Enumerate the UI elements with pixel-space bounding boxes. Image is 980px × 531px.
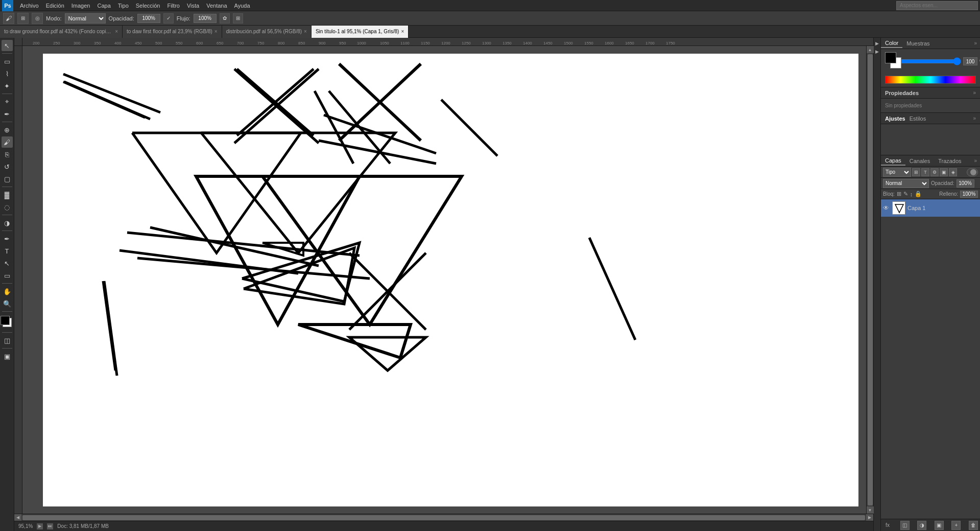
options-icon-2[interactable]: ◎	[32, 13, 43, 24]
collapse-btn-1[interactable]: ▶	[874, 40, 880, 47]
filter-icon-3[interactable]: ⚙	[930, 168, 939, 176]
adjustments-expand[interactable]: »	[973, 116, 976, 121]
gradient-tool[interactable]: ▓	[2, 189, 13, 200]
collapse-btn-2[interactable]: ▶	[874, 48, 880, 55]
opacity-input[interactable]	[137, 14, 160, 23]
menu-item-filtro[interactable]: Filtro	[163, 2, 183, 10]
color-tab[interactable]: Color	[881, 39, 902, 48]
screen-mode-tool[interactable]: ▣	[2, 351, 13, 362]
lasso-tool[interactable]: ⌇	[2, 68, 13, 79]
zoom-tool[interactable]: 🔍	[2, 298, 13, 309]
filter-icon-4[interactable]: ▣	[940, 168, 948, 176]
adjustment-layer-btn[interactable]: ◑	[917, 521, 926, 530]
scroll-up-arrow[interactable]: ▲	[867, 46, 874, 53]
fg-color[interactable]	[885, 52, 896, 63]
eraser-tool[interactable]: ▢	[2, 173, 13, 184]
filter-icon-5[interactable]: ◈	[949, 168, 957, 176]
path-sel-tool[interactable]: ↖	[2, 258, 13, 269]
k-slider[interactable]	[895, 59, 961, 63]
crop-tool[interactable]: ⌖	[2, 96, 13, 107]
layer-visibility-icon[interactable]: 👁	[883, 204, 890, 212]
canvas-bg[interactable]	[43, 54, 858, 506]
history-tool[interactable]: ↺	[2, 161, 13, 172]
search-input[interactable]	[896, 1, 978, 10]
paths-tab[interactable]: Trazados	[934, 157, 965, 165]
menu-item-ventana[interactable]: Ventana	[203, 2, 230, 10]
tab-4[interactable]: Sin título-1 al 95,1% (Capa 1, Gris/8) ×	[312, 26, 409, 38]
adjustments-tab[interactable]: Ajustes	[885, 116, 905, 122]
layers-tab[interactable]: Capas	[881, 156, 905, 166]
group-layer-btn[interactable]: ▣	[935, 521, 944, 530]
filter-icon-2[interactable]: T	[921, 168, 929, 176]
swatches-tab[interactable]: Muestras	[902, 39, 934, 48]
tab-1[interactable]: to draw ground floor.pdf al 432% (Fondo …	[0, 26, 123, 38]
lock-icon-3[interactable]: ↕	[910, 191, 913, 197]
menu-item-selección[interactable]: Selección	[132, 2, 164, 10]
select-rect-tool[interactable]: ▭	[2, 56, 13, 67]
brush-tool-icon[interactable]: 🖌	[3, 13, 14, 24]
menu-item-capa[interactable]: Capa	[93, 2, 114, 10]
scroll-thumb[interactable]	[868, 54, 873, 505]
right-scrollbar[interactable]: ▲ ▼	[866, 46, 873, 514]
styles-tab[interactable]: Estilos	[910, 116, 926, 122]
flow-input[interactable]	[194, 14, 217, 23]
tab-3[interactable]: distribución.pdf al 56,5% (RGB/8) ×	[222, 26, 312, 38]
layer-mask-btn[interactable]: ◫	[900, 521, 910, 530]
h-scroll-thumb[interactable]	[22, 515, 865, 520]
color-panel-expand[interactable]: »	[971, 40, 980, 46]
filter-toggle[interactable]	[967, 168, 978, 176]
options-icon-1[interactable]: ⊞	[17, 13, 29, 24]
menu-item-edición[interactable]: Edición	[42, 2, 68, 10]
menu-item-ayuda[interactable]: Ayuda	[231, 2, 254, 10]
move-tool[interactable]: ↖	[2, 40, 13, 51]
tab-1-close[interactable]: ×	[115, 29, 118, 34]
clone-tool[interactable]: ⎘	[2, 149, 13, 160]
layer-filter-select[interactable]: Tipo	[883, 168, 911, 177]
new-layer-btn[interactable]: +	[951, 521, 961, 530]
eyedropper-tool[interactable]: ✒	[2, 108, 13, 120]
tab-4-close[interactable]: ×	[401, 29, 404, 34]
tab-3-close[interactable]: ×	[304, 29, 307, 34]
lock-icon-1[interactable]: ⊞	[897, 191, 901, 197]
delete-layer-btn[interactable]: 🗑	[969, 521, 978, 530]
type-tool[interactable]: T	[2, 245, 13, 257]
symmetry-icon[interactable]: ⊞	[233, 13, 243, 24]
layers-expand[interactable]: »	[971, 158, 980, 164]
filter-icon-1[interactable]: ⊞	[912, 168, 920, 176]
quick-mask-tool[interactable]: ◫	[2, 335, 13, 346]
menu-item-imagen[interactable]: Imagen	[68, 2, 94, 10]
menu-item-archivo[interactable]: Archivo	[16, 2, 42, 10]
properties-expand[interactable]: »	[973, 90, 976, 96]
tab-2-close[interactable]: ×	[214, 29, 218, 34]
fg-color-swatch[interactable]	[1, 316, 10, 325]
blend-mode-select[interactable]: Normal	[883, 179, 929, 188]
burn-tool[interactable]: ◑	[2, 217, 13, 228]
blur-tool[interactable]: ◌	[2, 201, 13, 213]
brush-tool[interactable]: 🖌	[2, 136, 13, 148]
status-forward-btn[interactable]: ⏭	[47, 523, 53, 529]
spot-heal-tool[interactable]: ⊕	[2, 124, 13, 135]
channels-tab[interactable]: Canales	[905, 157, 934, 165]
pen-tool[interactable]: ✒	[2, 233, 13, 244]
status-play-btn[interactable]: ▶	[37, 523, 43, 529]
opacity-value[interactable]	[957, 179, 974, 188]
scroll-down-arrow[interactable]: ▼	[867, 506, 874, 514]
menu-item-tipo[interactable]: Tipo	[114, 2, 132, 10]
scroll-left-arrow[interactable]: ◀	[14, 514, 21, 521]
mode-select[interactable]: Normal	[65, 13, 106, 24]
menu-item-vista[interactable]: Vista	[183, 2, 203, 10]
layer-item[interactable]: 👁 Capa 1	[881, 199, 980, 217]
k-value[interactable]	[963, 57, 977, 65]
fill-value[interactable]	[960, 191, 978, 198]
opt-icon-check[interactable]: ✓	[163, 13, 174, 24]
airbrush-icon[interactable]: ✿	[220, 13, 230, 24]
lock-icon-2[interactable]: ✎	[903, 191, 908, 197]
wand-tool[interactable]: ✦	[2, 80, 13, 91]
tab-2[interactable]: to daw first floor.pdf al 23,9% (RGB/8) …	[123, 26, 222, 38]
color-spectrum[interactable]	[885, 76, 976, 84]
canvas-container[interactable]	[22, 46, 866, 514]
fx-button[interactable]: fx	[883, 522, 892, 528]
scroll-right-arrow[interactable]: ▶	[866, 514, 873, 521]
hand-tool[interactable]: ✋	[2, 286, 13, 297]
shape-tool[interactable]: ▭	[2, 270, 13, 281]
